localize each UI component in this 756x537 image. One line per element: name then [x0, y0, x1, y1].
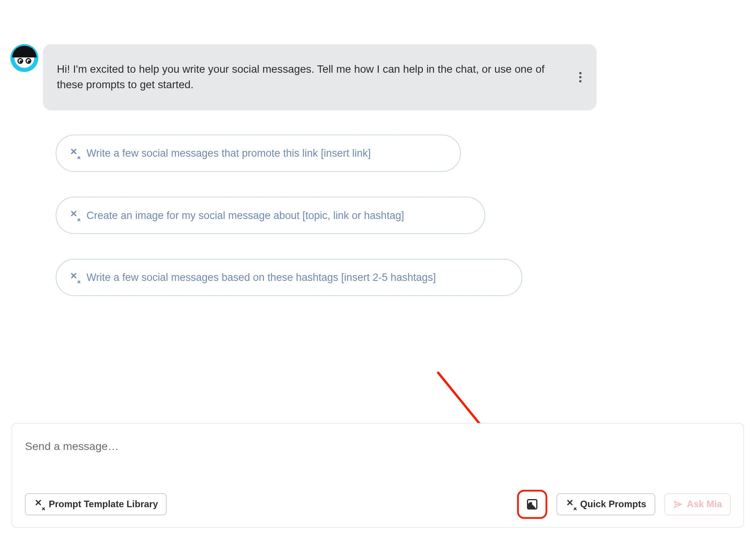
image-icon [527, 499, 537, 510]
ask-mia-label: Ask Mia [687, 499, 722, 510]
sparkle-icon [69, 210, 80, 221]
sparkle-icon [69, 272, 80, 283]
sparkle-icon [69, 148, 80, 159]
prompt-template-library-button[interactable]: Prompt Template Library [25, 493, 167, 515]
ask-mia-button[interactable]: Ask Mia [664, 493, 731, 515]
add-image-button[interactable] [517, 490, 547, 519]
sparkle-icon [34, 499, 44, 510]
sparkle-icon [565, 499, 576, 510]
prompt-chip-3[interactable]: Write a few social messages based on the… [56, 259, 522, 296]
prompt-chip-label: Create an image for my social message ab… [87, 209, 404, 222]
prompt-chip-label: Write a few social messages that promote… [87, 147, 371, 159]
message-input[interactable]: Send a message… [25, 440, 731, 453]
assistant-message-bubble: Hi! I'm excited to help you write your s… [43, 44, 597, 110]
send-icon [673, 500, 682, 509]
message-more-button[interactable] [575, 70, 586, 84]
prompt-chip-1[interactable]: Write a few social messages that promote… [56, 135, 461, 172]
prompt-template-library-label: Prompt Template Library [49, 499, 158, 510]
quick-prompts-label: Quick Prompts [580, 499, 647, 510]
message-input-placeholder: Send a message… [25, 440, 119, 452]
prompt-chip-label: Write a few social messages based on the… [87, 271, 436, 284]
quick-prompts-button[interactable]: Quick Prompts [556, 493, 655, 515]
assistant-message-text: Hi! I'm excited to help you write your s… [57, 62, 563, 92]
assistant-avatar [10, 44, 38, 72]
prompt-chip-2[interactable]: Create an image for my social message ab… [56, 197, 485, 234]
composer: Send a message… Prompt Template Library … [12, 423, 744, 528]
